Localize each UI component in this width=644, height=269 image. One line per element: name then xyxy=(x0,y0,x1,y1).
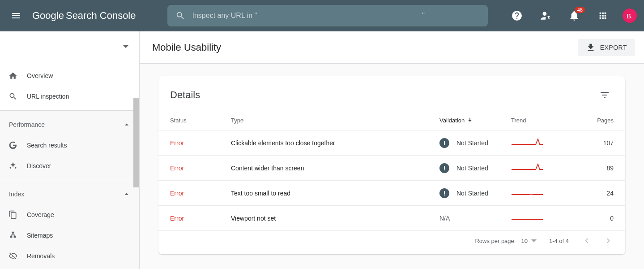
sidebar-section-performance[interactable]: Performance xyxy=(0,114,139,135)
row-pages: 24 xyxy=(578,190,614,197)
row-type: Viewport not set xyxy=(231,215,439,222)
row-trend xyxy=(511,138,578,148)
notification-badge: 48 xyxy=(575,7,585,13)
url-search-input[interactable] xyxy=(192,12,480,20)
avatar-initial: B. xyxy=(627,12,633,20)
rows-per-page-value: 10 xyxy=(521,238,527,244)
row-pages: 107 xyxy=(578,139,614,147)
search-icon xyxy=(175,11,185,21)
page-title: Mobile Usability xyxy=(152,42,221,53)
row-pages: 89 xyxy=(578,165,614,172)
info-circle-icon: ! xyxy=(439,163,449,173)
sitemap-icon xyxy=(9,231,17,240)
table-row[interactable]: Error Viewport not set N/A 0 xyxy=(158,206,625,231)
row-type: Content wider than screen xyxy=(231,165,439,172)
scrollbar-thumb[interactable] xyxy=(133,98,139,187)
sidebar-item-discover[interactable]: Discover xyxy=(0,156,139,176)
sidebar-item-label: URL inspection xyxy=(27,93,69,100)
sidebar-item-url-inspection[interactable]: URL inspection xyxy=(0,86,139,107)
apps-button[interactable] xyxy=(594,7,612,25)
sidebar-item-coverage[interactable]: Coverage xyxy=(0,204,139,225)
sidebar-item-label: Sitemaps xyxy=(27,232,53,239)
next-page-button[interactable] xyxy=(603,235,614,246)
property-selector[interactable] xyxy=(0,31,139,62)
table-row[interactable]: Error Content wider than screen !Not Sta… xyxy=(158,156,625,181)
validation-status: Not Started xyxy=(456,190,488,197)
account-avatar[interactable]: B. xyxy=(623,9,637,23)
notifications-button[interactable]: 48 xyxy=(565,7,583,25)
rows-per-page-label: Rows per page: xyxy=(475,238,516,244)
copy-icon xyxy=(9,210,17,219)
sidebar-section-index[interactable]: Index xyxy=(0,184,139,204)
logo-secondary: Search Console xyxy=(66,10,136,22)
export-label: EXPORT xyxy=(600,44,627,51)
help-button[interactable] xyxy=(508,7,526,25)
url-search-bar[interactable] xyxy=(167,5,488,26)
menu-button[interactable] xyxy=(7,7,25,25)
row-status: Error xyxy=(170,215,231,222)
hamburger-icon xyxy=(11,10,21,21)
sidebar-item-label: Coverage xyxy=(27,211,54,218)
row-status: Error xyxy=(170,139,231,147)
row-status: Error xyxy=(170,165,231,172)
section-label: Performance xyxy=(9,121,45,128)
pagination-range: 1-4 of 4 xyxy=(549,238,569,244)
row-type: Clickable elements too close together xyxy=(231,139,439,147)
details-title: Details xyxy=(170,89,200,101)
sidebar-item-overview[interactable]: Overview xyxy=(0,65,139,86)
row-pages: 0 xyxy=(578,215,614,222)
prev-page-button[interactable] xyxy=(581,235,592,246)
trend-sparkline-icon xyxy=(511,138,543,147)
col-status[interactable]: Status xyxy=(170,117,231,124)
chevron-right-icon xyxy=(603,236,613,246)
trend-sparkline-icon xyxy=(511,213,543,222)
user-settings-button[interactable] xyxy=(537,7,554,25)
col-pages[interactable]: Pages xyxy=(578,117,614,124)
table-row[interactable]: Error Text too small to read !Not Starte… xyxy=(158,181,625,206)
rows-per-page-select[interactable]: 10 xyxy=(521,238,536,244)
download-icon xyxy=(586,43,596,52)
chevron-up-icon xyxy=(122,190,131,199)
col-type[interactable]: Type xyxy=(231,117,439,124)
home-icon xyxy=(9,71,17,80)
table-row[interactable]: Error Clickable elements too close toget… xyxy=(158,130,625,156)
discover-icon xyxy=(9,161,17,170)
help-icon xyxy=(511,10,523,22)
visibility-off-icon xyxy=(9,252,17,260)
sidebar-item-label: Removals xyxy=(27,252,55,260)
col-trend[interactable]: Trend xyxy=(511,117,578,124)
chevron-left-icon xyxy=(582,236,592,246)
filter-icon xyxy=(599,90,610,100)
info-circle-icon: ! xyxy=(439,138,449,148)
sidebar-item-label: Overview xyxy=(27,72,53,79)
logo-primary: Google xyxy=(32,10,64,22)
trend-sparkline-icon xyxy=(511,163,543,172)
validation-status: Not Started xyxy=(456,165,488,172)
sidebar-item-removals[interactable]: Removals xyxy=(0,246,139,266)
table-header: Status Type Validation Trend Pages xyxy=(158,108,625,130)
row-type: Text too small to read xyxy=(231,190,439,197)
sidebar-item-search-results[interactable]: Search results xyxy=(0,135,139,156)
user-settings-icon xyxy=(540,10,551,22)
filter-button[interactable] xyxy=(596,86,614,104)
sidebar-item-sitemaps[interactable]: Sitemaps xyxy=(0,225,139,246)
row-status: Error xyxy=(170,190,231,197)
caret-down-icon xyxy=(531,238,537,243)
info-circle-icon: ! xyxy=(439,188,449,198)
col-validation[interactable]: Validation xyxy=(439,117,511,124)
arrow-down-icon xyxy=(466,117,473,124)
row-trend xyxy=(511,213,578,223)
google-g-icon xyxy=(9,141,17,150)
row-trend xyxy=(511,163,578,173)
product-logo: Google Search Console xyxy=(32,10,136,22)
export-button[interactable]: EXPORT xyxy=(578,39,635,56)
search-icon xyxy=(9,92,17,101)
chevron-up-icon xyxy=(122,120,131,129)
row-trend xyxy=(511,188,578,198)
validation-na: N/A xyxy=(439,215,450,222)
trend-sparkline-icon xyxy=(511,188,543,197)
caret-down-icon xyxy=(123,44,128,49)
section-label: Index xyxy=(9,191,24,198)
sidebar-item-label: Discover xyxy=(27,162,51,169)
col-validation-label: Validation xyxy=(439,117,465,124)
